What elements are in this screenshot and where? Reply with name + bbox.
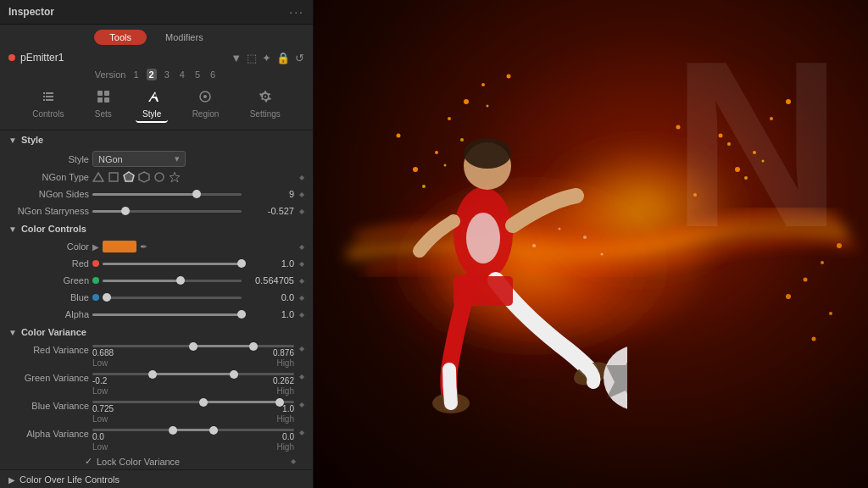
nav-icons: Controls Sets Style Region Settings (0, 84, 313, 130)
color-variance-chevron: ▼ (8, 328, 17, 337)
settings-icon (259, 90, 272, 107)
svg-rect-50 (453, 276, 513, 306)
settings-label: Settings (250, 109, 281, 119)
version-4[interactable]: 4 (177, 69, 187, 80)
ngon-starryness-slider[interactable] (92, 210, 242, 213)
nav-settings[interactable]: Settings (243, 87, 287, 123)
emitter-dot (8, 54, 15, 61)
ngon-starryness-row: NGon Starryness -0.527 ◆ (0, 202, 313, 219)
alpha-value: 1.0 (245, 309, 294, 319)
svg-marker-11 (170, 172, 180, 182)
nav-sets[interactable]: Sets (88, 87, 119, 123)
viewport: N (314, 0, 868, 488)
version-3[interactable]: 3 (162, 69, 172, 80)
ngon-type-controls (92, 171, 294, 183)
ngon-pentagon[interactable] (123, 171, 135, 183)
green-variance-row: Green Variance -0.2 0.262 Low High ◆ (0, 369, 313, 397)
nav-region[interactable]: Region (186, 87, 226, 123)
green-value: 0.564705 (245, 275, 294, 286)
blue-variance-slider[interactable] (92, 401, 294, 403)
version-2[interactable]: 2 (147, 69, 157, 80)
green-variance-slider[interactable] (92, 373, 294, 375)
red-diamond: ◆ (299, 260, 304, 268)
blue-variance-high-val: 1.0 (282, 404, 294, 413)
version-5[interactable]: 5 (192, 69, 203, 80)
green-variance-low-val: -0.2 (92, 376, 107, 385)
emitter-lock-icon[interactable]: 🔒 (276, 53, 290, 64)
green-slider[interactable] (103, 280, 242, 282)
ngon-starryness-value: -0.527 (245, 206, 294, 216)
green-label: Green (17, 275, 89, 286)
emitter-wand-icon[interactable]: ✦ (262, 53, 271, 64)
green-variance-low-lbl: Low (92, 386, 108, 396)
style-section-header[interactable]: ▼ Style (0, 130, 313, 149)
version-1[interactable]: 1 (131, 69, 141, 80)
blue-variance-low-lbl: Low (92, 414, 108, 424)
red-variance-label: Red Variance (17, 345, 89, 355)
red-value: 1.0 (245, 258, 294, 269)
red-slider[interactable] (103, 263, 242, 265)
nav-style[interactable]: Style (136, 87, 168, 123)
sets-icon (97, 90, 110, 107)
red-dot (92, 260, 99, 267)
ngon-type-label: NGon Type (17, 172, 89, 182)
color-over-life-label: Color Over Life Controls (19, 474, 120, 485)
red-prop-row: Red 1.0 ◆ (0, 255, 313, 272)
eyedropper-icon[interactable]: ✒ (140, 241, 147, 252)
version-row: Version 1 2 3 4 5 6 (0, 67, 313, 84)
ngon-hexagon[interactable] (138, 171, 150, 183)
svg-marker-8 (124, 172, 134, 181)
top-tabs: Tools Modifiers (0, 25, 313, 48)
alpha-variance-low-lbl: Low (92, 442, 108, 452)
green-variance-diamond: ◆ (299, 373, 304, 380)
lock-checkmark[interactable]: ✓ (85, 456, 92, 467)
blue-controls: 0.0 (92, 292, 294, 302)
style-dropdown[interactable]: NGon ▾ (92, 151, 186, 167)
color-controls-label: Color Controls (21, 224, 86, 234)
emitter-camera-icon[interactable]: ⬚ (247, 53, 257, 64)
blue-slider[interactable] (103, 297, 242, 299)
color-controls-section-header[interactable]: ▼ Color Controls (0, 219, 313, 238)
red-variance-high-val: 0.876 (273, 348, 294, 358)
version-label: Version (95, 69, 126, 80)
tab-tools[interactable]: Tools (94, 30, 147, 45)
color-expand-arrow[interactable]: ▶ (92, 242, 99, 252)
lock-color-variance-row: ✓ Lock Color Variance ◆ (0, 453, 313, 469)
color-diamond: ◆ (299, 243, 304, 251)
ngon-star[interactable] (169, 171, 181, 183)
ngon-circle[interactable] (153, 171, 165, 183)
emitter-dropdown-icon[interactable]: ▼ (231, 53, 242, 64)
blue-prop-row: Blue 0.0 ◆ (0, 289, 313, 306)
nav-controls[interactable]: Controls (25, 87, 70, 123)
alpha-slider[interactable] (92, 313, 242, 316)
ngon-sides-slider[interactable] (92, 193, 242, 196)
inspector-content: ▼ Style Style NGon ▾ NGon Type (0, 130, 313, 488)
svg-rect-0 (97, 91, 103, 96)
svg-point-10 (155, 173, 164, 181)
red-variance-slider[interactable] (92, 345, 294, 347)
alpha-variance-label: Alpha Variance (17, 429, 89, 439)
ngon-sides-label: NGon Sides (17, 189, 89, 199)
alpha-variance-slider[interactable] (92, 429, 294, 431)
style-icon (145, 90, 159, 107)
ngon-square[interactable] (108, 171, 120, 183)
color-swatch[interactable] (103, 241, 136, 252)
red-variance-low-val: 0.688 (92, 348, 114, 358)
green-prop-row: Green 0.564705 ◆ (0, 272, 313, 289)
color-over-life-section[interactable]: ▶ Color Over Life Controls (0, 469, 313, 488)
color-variance-label: Color Variance (21, 327, 86, 337)
blue-variance-label: Blue Variance (17, 401, 89, 411)
region-icon (198, 90, 212, 107)
version-6[interactable]: 6 (208, 69, 218, 80)
ngon-starryness-controls: -0.527 (92, 206, 294, 216)
alpha-variance-high-val: 0.0 (282, 432, 294, 441)
ngon-triangle[interactable] (92, 171, 104, 183)
sets-label: Sets (95, 109, 112, 119)
inspector-menu-dots[interactable]: ··· (289, 5, 304, 19)
tab-modifiers[interactable]: Modifiers (150, 30, 219, 45)
color-variance-section-header[interactable]: ▼ Color Variance (0, 323, 313, 341)
inspector-title: Inspector (8, 6, 54, 18)
emitter-time-icon[interactable]: ↺ (295, 53, 304, 64)
svg-point-41 (804, 278, 808, 282)
blue-variance-row: Blue Variance 0.725 1.0 Low High ◆ (0, 397, 313, 425)
